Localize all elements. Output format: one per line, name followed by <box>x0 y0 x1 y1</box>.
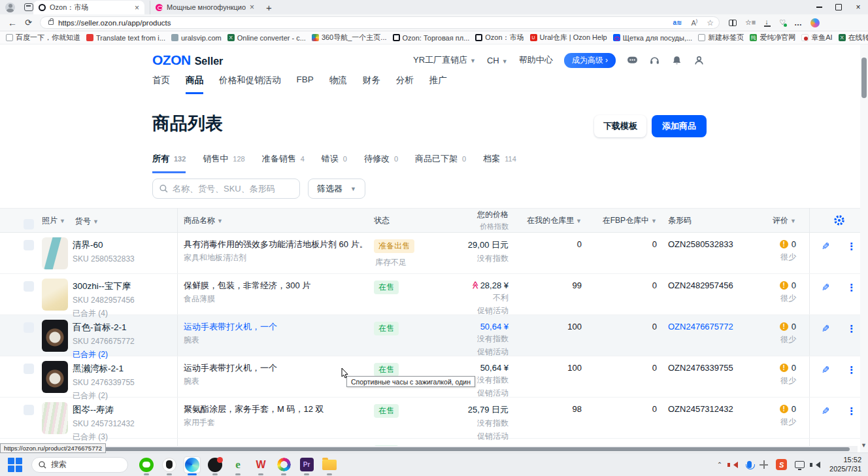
headset-icon[interactable] <box>649 55 660 66</box>
nav-logistics[interactable]: 物流 <box>329 75 347 94</box>
more-actions-icon[interactable]: ⋮ <box>846 282 856 314</box>
tab-errors[interactable]: 错误0 <box>322 153 347 173</box>
table-row-partial[interactable]: 在售 <box>0 439 868 446</box>
header-photo[interactable]: 照片▼ <box>42 215 73 226</box>
chat-icon[interactable] <box>627 55 638 66</box>
edit-icon[interactable]: ✎ <box>822 364 830 397</box>
header-fbp[interactable]: 在FBP仓库中▼ <box>582 215 657 226</box>
close-button[interactable]: × <box>848 0 868 14</box>
table-row[interactable]: 清界-60SKU 2580532833 具有消毒作用的强效多功能清洁地板片剂 6… <box>0 233 868 274</box>
bookmark-baidu[interactable]: 百度一下，你就知道 <box>6 33 80 42</box>
header-stock[interactable]: 在我的仓库里▼ <box>509 215 582 226</box>
tab-all[interactable]: 所有132 <box>152 153 186 173</box>
nav-analytics[interactable]: 分析 <box>396 75 414 94</box>
tab-selling[interactable]: 销售中128 <box>203 153 244 173</box>
sogou-input-icon[interactable]: S <box>776 459 787 470</box>
add-product-button[interactable]: 添加商品 <box>652 115 707 137</box>
bookmark-ozon-market[interactable]: Ozon：市场 <box>475 33 524 42</box>
tab-ready[interactable]: 准备销售4 <box>262 153 305 173</box>
horizontal-scrollbar[interactable] <box>0 446 858 452</box>
product-name[interactable]: 聚氨酯涂层，家务手套，M 码，12 双 <box>184 404 368 415</box>
help-center-link[interactable]: 帮助中心 <box>519 54 553 66</box>
vertical-scrollbar[interactable]: ▼ <box>860 44 868 452</box>
bookmark-online-converter[interactable]: X在线转换器 - 免费... <box>839 33 868 42</box>
collections-icon[interactable]: ☆≡ <box>745 18 756 27</box>
remote-tool-icon[interactable] <box>760 460 768 469</box>
muted-speaker-icon[interactable] <box>730 462 738 468</box>
media-player-icon[interactable] <box>207 457 223 473</box>
nav-home[interactable]: 首页 <box>152 75 170 94</box>
tab-unlisted[interactable]: 商品已下架0 <box>415 153 466 173</box>
product-thumbnail[interactable] <box>42 320 68 352</box>
address-bar[interactable]: https://seller.ozon.ru/app/products a≋ A… <box>40 16 720 29</box>
row-checkbox[interactable] <box>24 281 34 292</box>
copilot-icon[interactable] <box>810 18 820 27</box>
product-name[interactable]: 保鲜膜，包装，非常经济，300 片 <box>184 280 368 291</box>
row-checkbox[interactable] <box>24 405 34 415</box>
back-icon[interactable]: ← <box>8 18 17 28</box>
user-icon[interactable] <box>693 55 705 66</box>
more-actions-icon[interactable]: ⋮ <box>846 364 856 397</box>
start-button[interactable] <box>8 458 22 472</box>
edit-icon[interactable]: ✎ <box>822 405 830 438</box>
bookmark-ural-help[interactable]: UUral仓库 | Ozon Help <box>530 33 607 42</box>
workspaces-icon[interactable] <box>24 3 33 11</box>
product-thumbnail[interactable] <box>42 279 68 311</box>
read-aloud-icon[interactable]: A) <box>691 18 697 27</box>
product-name[interactable]: 具有消毒作用的强效多功能清洁地板片剂 60 片。 <box>184 239 368 250</box>
tray-expand-icon[interactable]: ⌃ <box>717 461 722 468</box>
downloads-icon[interactable] <box>764 20 771 26</box>
download-template-button[interactable]: 下载模板 <box>594 115 646 137</box>
browser-essentials-icon[interactable]: ♡ <box>779 18 786 27</box>
edit-icon[interactable]: ✎ <box>822 241 830 273</box>
edit-icon[interactable]: ✎ <box>822 323 830 356</box>
display-icon[interactable] <box>795 461 805 468</box>
browser-tab-second[interactable]: Мощные многофункциональнь × <box>150 1 259 14</box>
browser-tab-ozon[interactable]: Ozon：市场 × <box>33 1 144 14</box>
product-thumbnail[interactable] <box>42 237 68 269</box>
edit-icon[interactable]: ✎ <box>822 282 830 314</box>
gear-icon[interactable] <box>833 214 845 226</box>
product-thumbnail[interactable] <box>42 361 68 393</box>
profile-avatar[interactable] <box>5 3 15 12</box>
refresh-icon[interactable]: ⟳ <box>25 18 32 27</box>
wechat-icon[interactable] <box>139 457 154 473</box>
store-selector[interactable]: YR工厂直销店▼ <box>413 54 476 66</box>
tab-close-icon[interactable]: × <box>250 3 254 12</box>
bookmark-brush[interactable]: Щетка для посуды,... <box>613 34 692 42</box>
bookmark-newtab[interactable]: 新建标签页 <box>698 33 744 42</box>
product-thumbnail[interactable] <box>42 402 68 434</box>
file-explorer-icon[interactable] <box>322 457 337 473</box>
edge-icon[interactable] <box>184 457 200 473</box>
split-screen-icon[interactable] <box>729 20 737 26</box>
nav-pricing[interactable]: 价格和促销活动 <box>219 75 281 94</box>
premiere-icon[interactable]: Pr <box>299 457 314 473</box>
taskbar-search[interactable]: 搜索 <box>31 457 128 473</box>
translate-icon[interactable]: a≋ <box>673 19 682 26</box>
table-row[interactable]: 百色-首标-2-1SKU 2476675772已合并 (2) 运动手表带打火机，… <box>0 315 868 356</box>
new-tab-button[interactable]: + <box>266 2 272 13</box>
browser-e-icon[interactable]: e <box>230 457 246 473</box>
bell-icon[interactable] <box>671 55 682 66</box>
ozon-seller-logo[interactable]: OZONSeller <box>152 52 223 68</box>
row-checkbox[interactable] <box>24 322 34 333</box>
table-settings[interactable] <box>809 208 868 233</box>
header-name[interactable]: 商品名称▼ <box>178 215 368 226</box>
bookmark-translate[interactable]: Translate text from i... <box>86 34 165 42</box>
bookmark-pure[interactable]: 纯爱纯净官网 <box>750 33 795 42</box>
scrollbar-thumb[interactable] <box>3 447 850 451</box>
taskbar-clock[interactable]: 15:52 2025/7/31 <box>829 456 861 474</box>
volume-icon[interactable] <box>812 462 820 468</box>
nav-fbp[interactable]: FBP <box>297 75 314 94</box>
colorful-browser-icon[interactable] <box>276 457 292 473</box>
become-premium-button[interactable]: 成为高级 › <box>564 53 616 68</box>
filter-button[interactable]: 筛选器▼ <box>308 178 365 199</box>
bookmark-ozon-trade[interactable]: Ozon: Торговая пл... <box>393 34 470 42</box>
nav-finance[interactable]: 财务 <box>363 75 380 94</box>
row-checkbox[interactable] <box>24 240 34 250</box>
scrollbar-thumb[interactable] <box>861 58 867 98</box>
row-checkbox[interactable] <box>24 364 34 374</box>
select-all-checkbox[interactable] <box>24 219 34 230</box>
more-actions-icon[interactable]: ⋮ <box>846 405 856 438</box>
bookmark-uralsvip[interactable]: uralsvip.com <box>171 34 222 42</box>
